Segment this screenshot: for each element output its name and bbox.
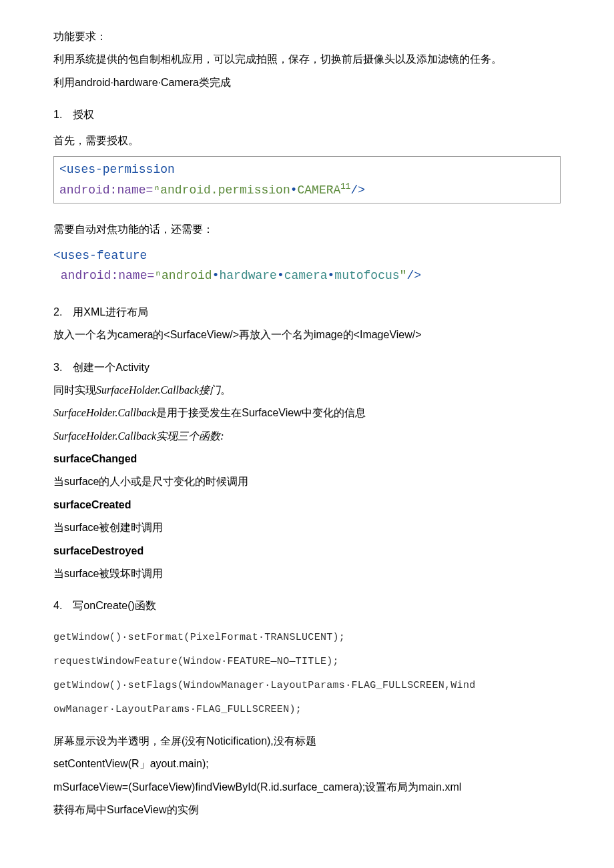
xml-quote: ″ — [400, 269, 407, 282]
text: 。 — [220, 384, 231, 396]
fn-surface-created: surfaceCreated — [53, 495, 561, 515]
xml-value: hardware — [220, 269, 277, 282]
section-3-heading: 3. 创建一个Activity — [53, 358, 561, 378]
xml-value: camera — [284, 269, 328, 282]
section-3-line1: 同时实现SurfaceHolder.Callback接门。 — [53, 380, 561, 400]
fn-surface-changed-desc: 当surface的人小或是尺寸变化的时候调用 — [53, 472, 561, 492]
intro-line2: 利用android·hardware·Camera类完成 — [53, 73, 561, 93]
xml-tag: <uses-feature — [53, 249, 147, 262]
section-4-desc1: 屏幕显示设为半透明，全屏(没有Noticification),没有标题 — [53, 731, 561, 751]
code-line: getWindow()·setFlags(WindowManager·Layou… — [53, 674, 561, 698]
section-1-desc: 首先，需要授权。 — [53, 131, 561, 151]
code-oncreate: getWindow()·setFormat(PixelFormat·TRANSL… — [53, 626, 561, 722]
intro-text: 利用android — [53, 77, 110, 88]
intro-text: hardware — [113, 77, 158, 88]
xml-sup: 11 — [340, 182, 350, 191]
xml-tag-close: /> — [350, 183, 365, 197]
dot-icon: • — [290, 183, 298, 197]
xml-tag: <uses-permission — [59, 163, 175, 176]
section-4-desc4: 获得布局中SurfaceView的实例 — [53, 800, 561, 820]
intro-title: 功能要求： — [53, 27, 561, 47]
fn-surface-created-desc: 当surface被创建时调用 — [53, 518, 561, 538]
xml-quote: ⁿ — [153, 183, 160, 197]
section-3-line2: SurfaceHolder.Callback是用于接受发生在SurfaceVie… — [53, 403, 561, 423]
section-1-after: 需要自动对焦功能的话，还需要： — [53, 220, 561, 240]
code-block-feature: <uses-feature android:name=ⁿandroid•hard… — [53, 246, 561, 286]
italic-text: SurfaceHolder.Callback — [53, 407, 156, 418]
code-line: getWindow()·setFormat(PixelFormat·TRANSL… — [53, 626, 561, 650]
code-line: requestWindowFeature(Window·FEATURE—NO—T… — [53, 650, 561, 674]
section-4-desc3: mSurfaceView=(SurfaceView)findViewById(R… — [53, 777, 561, 797]
fn-surface-destroyed: surfaceDestroyed — [53, 541, 561, 561]
section-1-heading: 1. 授权 — [53, 105, 561, 125]
fn-surface-changed: surfaceChanged — [53, 449, 561, 469]
xml-value: CAMERA — [298, 183, 341, 197]
xml-value: android — [162, 269, 212, 282]
xml-attr: android:name= — [59, 183, 153, 197]
fn-surface-destroyed-desc: 当surface被毁坏时调用 — [53, 564, 561, 584]
xml-quote: ⁿ — [154, 269, 162, 282]
xml-tag-close: /> — [406, 269, 421, 282]
xml-value: mutofocus — [334, 269, 399, 282]
section-4-heading: 4. 写onCreate()函数 — [53, 596, 561, 616]
dot-icon: • — [212, 269, 220, 282]
code-block-permission: <uses-permission android:name=ⁿandroid.p… — [53, 156, 561, 203]
section-4-desc2: setContentView(R」ayout.main); — [53, 754, 561, 774]
xml-attr: android:name= — [61, 269, 154, 282]
intro-line1: 利用系统提供的包自制相机应用，可以完成拍照，保存，切换前后摄像头以及添加滤镜的任… — [53, 49, 561, 69]
section-2-desc: 放入一个名为camera的<SurfaceView/>再放入一个名为image的… — [53, 325, 561, 345]
text: 是用于接受发生在SurfaceView中变化的信息 — [156, 407, 366, 418]
dot-icon: • — [328, 269, 335, 282]
code-line: owManager·LayoutParams·FLAG_FULLSCREEN); — [53, 698, 561, 722]
xml-value: android.permission — [160, 183, 290, 197]
text: 同时实现 — [53, 384, 96, 396]
section-2-heading: 2. 用XML进行布局 — [53, 302, 561, 322]
italic-text: SurfaceHolder.Callback实现三个函数: — [53, 430, 224, 442]
section-3-line3: SurfaceHolder.Callback实现三个函数: — [53, 426, 561, 446]
intro-text: Camera类完成 — [161, 77, 231, 88]
dot-icon: • — [277, 269, 284, 282]
italic-text: SurfaceHolder.Callback接门 — [96, 384, 220, 396]
